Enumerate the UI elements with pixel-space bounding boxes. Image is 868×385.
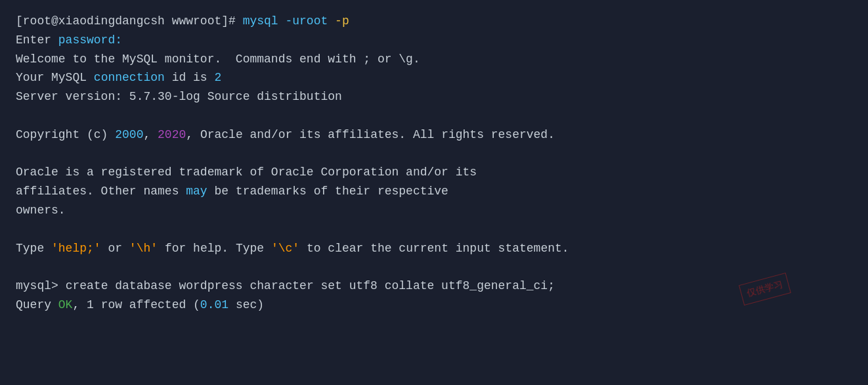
terminal-line: affiliates. Other names may be trademark…: [16, 182, 852, 201]
terminal-line: Welcome to the MySQL monitor. Commands e…: [16, 50, 852, 69]
terminal-text-span: mysql -uroot: [243, 14, 335, 28]
terminal-line: owners.: [16, 201, 852, 220]
terminal-text-span: 2000: [115, 128, 143, 141]
terminal-text-span: be trademarks of their respective: [207, 185, 448, 198]
terminal-text-span: connection: [94, 71, 165, 84]
terminal-text-span: 'help;': [51, 242, 101, 255]
terminal-text-span: affiliates. Other names: [16, 185, 186, 198]
terminal-line: [16, 220, 852, 239]
terminal-output: [root@xiaodingdangcsh wwwroot]# mysql -u…: [16, 12, 852, 315]
terminal-window: [root@xiaodingdangcsh wwwroot]# mysql -u…: [16, 12, 852, 373]
terminal-text-span: '\h': [129, 242, 158, 255]
terminal-text-span: '\c': [271, 242, 299, 255]
terminal-line: Copyright (c) 2000, 2020, Oracle and/or …: [16, 125, 852, 145]
terminal-text-span: ,: [143, 128, 158, 141]
terminal-text-span: [root@xiaodingdangcsh wwwroot]#: [16, 14, 243, 28]
terminal-text-span: Type: [16, 242, 51, 255]
terminal-text-span: Enter: [16, 34, 58, 47]
terminal-line: [root@xiaodingdangcsh wwwroot]# mysql -u…: [16, 12, 852, 31]
terminal-text-span: 0.01: [200, 298, 228, 311]
terminal-text-span: may: [186, 185, 207, 198]
terminal-text-span: Welcome to the MySQL monitor. Commands e…: [16, 53, 420, 66]
terminal-text-span: owners.: [16, 204, 66, 217]
terminal-text-span: 2: [214, 71, 221, 84]
terminal-text-span: or: [101, 242, 129, 255]
terminal-text-span: OK: [58, 298, 73, 311]
terminal-text-span: Your MySQL: [16, 71, 94, 84]
terminal-text-span: Query: [16, 298, 58, 311]
terminal-text-span: create database wordpress character set …: [66, 279, 555, 292]
terminal-text-span: Copyright (c): [16, 128, 115, 141]
terminal-line: Enter password:: [16, 31, 852, 50]
terminal-text-span: for help. Type: [158, 242, 271, 255]
terminal-text-span: mysql>: [16, 279, 66, 292]
terminal-text-span: sec): [228, 298, 264, 311]
terminal-line: Oracle is a registered trademark of Orac…: [16, 163, 852, 182]
terminal-line: Type 'help;' or '\h' for help. Type '\c'…: [16, 239, 852, 258]
terminal-line: mysql> create database wordpress charact…: [16, 277, 852, 296]
terminal-line: [16, 106, 852, 125]
terminal-text-span: Server version: 5.7.30-log Source distri…: [16, 90, 342, 103]
terminal-text-span: Oracle is a registered trademark of Orac…: [16, 166, 477, 179]
terminal-line: Server version: 5.7.30-log Source distri…: [16, 87, 852, 106]
terminal-line: [16, 145, 852, 164]
terminal-text-span: password:: [58, 34, 122, 47]
terminal-text-span: to clear the current input statement.: [299, 242, 569, 255]
terminal-text-span: , 1 row affected (: [72, 298, 200, 311]
terminal-line: Query OK, 1 row affected (0.01 sec): [16, 296, 852, 315]
terminal-text-span: -p: [335, 14, 349, 28]
terminal-line: Your MySQL connection id is 2: [16, 68, 852, 87]
terminal-text-span: , Oracle and/or its affiliates. All righ…: [186, 128, 555, 141]
terminal-line: [16, 258, 852, 277]
terminal-text-span: 2020: [158, 128, 186, 141]
terminal-text-span: id is: [165, 71, 215, 84]
